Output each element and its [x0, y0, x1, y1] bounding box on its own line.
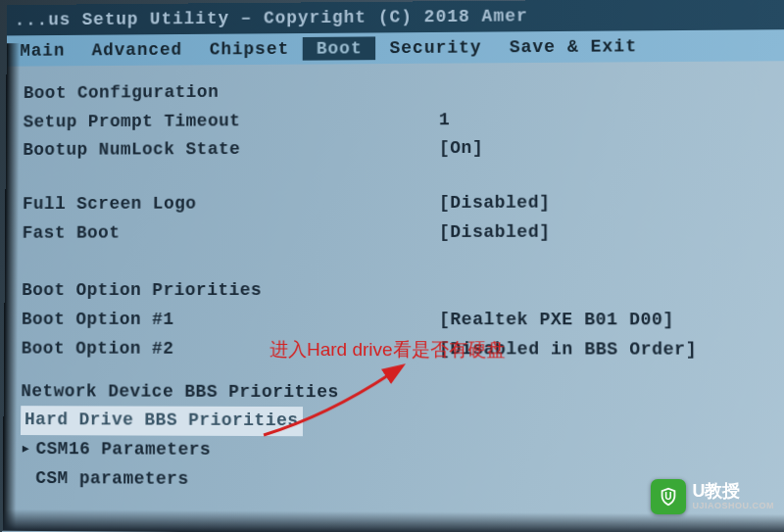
setup-prompt-timeout-value: 1	[439, 106, 450, 135]
csm-submenu[interactable]: CSM parameters	[21, 463, 440, 495]
network-bbs-submenu[interactable]: Network Device BBS Priorities	[21, 377, 439, 408]
menu-boot[interactable]: Boot	[303, 36, 376, 60]
setup-prompt-timeout-label[interactable]: Setup Prompt Timeout	[24, 106, 439, 137]
boot-option-priorities-header: Boot Option Priorities	[22, 276, 439, 306]
bios-content-pane: Boot Configuration Setup Prompt Timeout …	[2, 61, 784, 532]
cursor-icon: ▸	[21, 435, 30, 464]
boot-option-1-value: [Realtek PXE B01 D00]	[439, 306, 674, 335]
fast-boot-label[interactable]: Fast Boot	[23, 218, 439, 248]
watermark-shield-icon: U	[651, 479, 686, 514]
watermark-brand: U教授	[692, 482, 774, 502]
svg-text:U: U	[665, 491, 672, 502]
boot-config-header: Boot Configuration	[24, 77, 439, 109]
watermark: U U教授 UJIAOSHOU.COM	[651, 479, 774, 514]
watermark-url: UJIAOSHOU.COM	[692, 502, 774, 511]
hard-drive-bbs-label: Hard Drive BBS Priorities	[21, 406, 303, 436]
full-screen-logo-value: [Disabled]	[439, 189, 551, 218]
hard-drive-bbs-submenu[interactable]: Hard Drive BBS Priorities	[21, 406, 439, 436]
annotation-text: 进入Hard drive看是否有硬盘	[270, 337, 505, 363]
csm16-submenu[interactable]: ▸CSM16 Parameters	[21, 435, 439, 466]
title-text: ...us Setup Utility – Copyright (C) 2018…	[15, 6, 528, 29]
boot-option-1-label[interactable]: Boot Option #1	[22, 306, 439, 335]
bootup-numlock-label[interactable]: Bootup NumLock State	[23, 135, 439, 166]
fast-boot-value: [Disabled]	[439, 218, 551, 247]
menu-save-exit[interactable]: Save & Exit	[496, 34, 652, 59]
csm16-label: CSM16 Parameters	[36, 439, 212, 459]
menu-main[interactable]: Main	[7, 39, 78, 63]
full-screen-logo-label[interactable]: Full Screen Logo	[23, 189, 439, 219]
menu-chipset[interactable]: Chipset	[196, 37, 303, 61]
menu-advanced[interactable]: Advanced	[78, 38, 196, 62]
bootup-numlock-value: [On]	[439, 134, 483, 164]
menu-security[interactable]: Security	[376, 35, 496, 60]
